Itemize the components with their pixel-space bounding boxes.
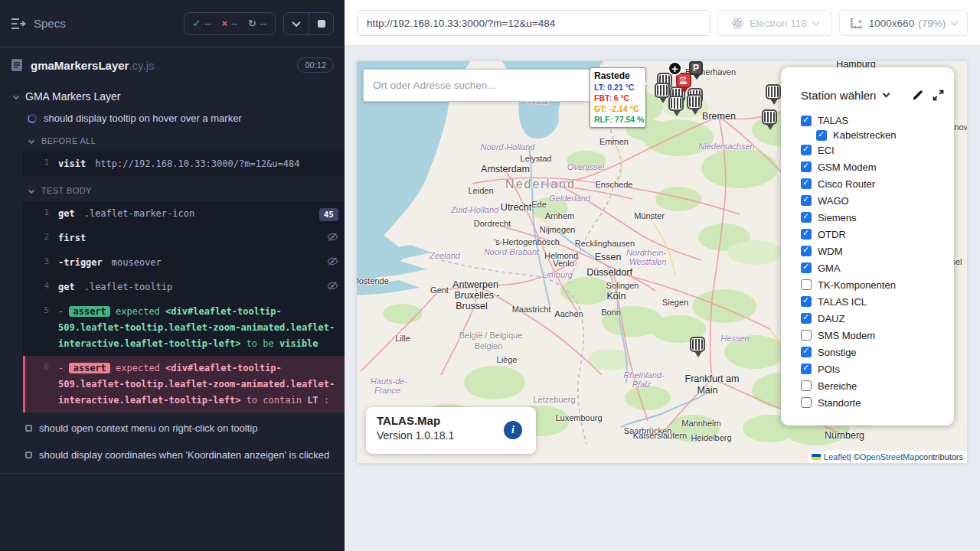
station-marker-icon[interactable] [687,94,702,109]
command-row[interactable]: 4get.leaflet-tooltip [23,275,345,299]
map-place-label: Overijssel [567,162,604,171]
command-section-header[interactable]: BEFORE ALL [0,129,345,149]
station-marker-icon[interactable] [655,83,670,98]
station-marker-icon[interactable] [766,84,781,99]
unchecked-checkbox[interactable] [801,397,812,408]
command-number: 1 [23,205,49,217]
checked-checkbox[interactable] [801,296,812,307]
station-marker-icon[interactable] [690,337,705,352]
checked-checkbox[interactable] [801,116,812,126]
assert-badge: assert [69,306,109,317]
command-row[interactable]: 3-triggermouseover [23,250,345,275]
command-number: 4 [23,279,49,291]
layer-checkbox-row[interactable]: Kabelstrecken [792,129,954,142]
pending-test-title: should display coordinates when 'Koordin… [39,449,329,461]
suite-row[interactable]: GMA Markers Layer [0,83,345,106]
chevron-down-icon [28,187,34,194]
layer-checkbox-row[interactable]: Standorte [792,394,954,411]
layer-label: DAUZ [818,313,844,324]
map-place-label: Frankfurt am [685,373,740,384]
map-place-label: Utrecht [501,202,531,213]
command-row[interactable]: 1visithttp://192.168.10.33:3000/?m=12&u=… [23,152,345,176]
station-marker-icon[interactable] [762,109,777,125]
spec-row[interactable]: gmaMarkersLayer.cy.js 00:12 [0,47,345,83]
map-place-label: Nijmegen [540,225,575,234]
layer-checkbox-row[interactable]: GMA [792,259,954,276]
info-icon[interactable]: i [504,421,522,439]
layer-checkbox-row[interactable]: Sonstige [792,344,954,360]
checked-checkbox[interactable] [801,195,812,206]
collapse-all-button[interactable] [284,13,309,34]
specs-list-icon[interactable] [11,18,26,30]
marker-tooltip[interactable]: Rastede LT: 0.21 °CFBT: 6 °CGT: -2.14 °C… [590,67,646,128]
layer-checkbox-row[interactable]: GSM Modem [792,158,954,175]
map-place-label: Nederland [505,178,576,191]
command-row[interactable]: 6- assert expected <div#leaflet-tooltip-… [23,356,345,412]
command-message: - assert expected <div#leaflet-tooltip-5… [58,360,338,409]
map-search-input[interactable]: Ort oder Adresse suchen... [363,69,595,102]
command-row[interactable]: 2first [23,226,345,250]
stat-failed-value: -- [231,18,237,29]
command-log: BEFORE ALL1visithttp://192.168.10.33:300… [0,129,345,412]
checked-checkbox[interactable] [801,313,812,324]
unchecked-checkbox[interactable] [801,330,812,341]
layer-checkbox-row[interactable]: TALAS [792,112,954,129]
map-place-label: Dordrecht [474,219,511,228]
layer-checkbox-row[interactable]: OTDR [792,226,954,243]
unchecked-checkbox[interactable] [801,279,812,290]
expand-fullscreen-icon[interactable] [932,89,945,102]
checked-checkbox[interactable] [801,145,812,155]
spec-extension: .cy.js [129,59,154,72]
layer-checkbox-row[interactable]: Bereiche [792,377,954,394]
layer-checkbox-row[interactable]: TK-Komponenten [792,276,954,293]
active-test-row[interactable]: should display tooltip on hover over a m… [0,106,345,129]
specs-title[interactable]: Specs [34,17,66,30]
leaflet-map[interactable]: HamburgBremerhavenGroningenFryslânBremen… [357,61,967,463]
url-input[interactable]: http://192.168.10.33:3000/?m=12&u=484 [357,10,710,36]
unchecked-checkbox[interactable] [801,380,812,391]
layer-checkbox-row[interactable]: Cisco Router [792,175,954,192]
chevron-down-icon[interactable] [883,90,890,98]
checked-checkbox[interactable] [801,178,812,189]
layer-checkbox-row[interactable]: POIs [792,360,954,377]
section-label: BEFORE ALL [41,136,96,145]
command-row[interactable]: 1get.leaflet-marker-icon45 [23,201,345,226]
viewport-info[interactable]: 1000x660 (79%) [839,10,968,36]
edit-pencil-icon[interactable] [911,89,924,102]
layer-checkbox-row[interactable]: DAUZ [792,310,954,327]
cluster-expand-icon[interactable]: + [668,61,682,76]
station-marker-icon[interactable] [668,96,684,111]
layer-checkbox-row[interactable]: TALAS ICL [792,293,954,310]
station-panel-title[interactable]: Station wählen [801,89,876,102]
alarm-marker-icon[interactable] [676,73,691,88]
pending-test-row[interactable]: should open context menu on right-click … [0,415,345,442]
osm-link[interactable]: OpenStreetMap [860,452,920,461]
command-section-header[interactable]: TEST BODY [0,178,345,199]
pending-test-row[interactable]: should display coordinates when 'Koordin… [0,442,345,468]
parking-marker-icon[interactable]: P [689,61,703,75]
leaflet-link[interactable]: Leaflet [824,452,849,461]
layer-checkbox-row[interactable]: SMS Modem [792,327,954,344]
layer-checkbox-row[interactable]: WAGO [792,192,954,209]
section-label: TEST BODY [41,186,92,195]
stop-run-button[interactable] [309,13,333,34]
map-place-label: Zeeland [430,251,460,260]
checked-checkbox[interactable] [801,212,812,223]
checked-checkbox[interactable] [801,246,812,256]
checked-checkbox[interactable] [801,161,812,172]
checked-checkbox[interactable] [801,229,812,240]
checked-checkbox[interactable] [801,364,812,374]
layer-checkbox-row[interactable]: ECI [792,142,954,158]
command-row[interactable]: 5- assert expected <div#leaflet-tooltip-… [23,299,345,356]
command-number: 1 [23,155,49,168]
aut-toolbar: http://192.168.10.33:3000/?m=12&u=484 El… [345,0,980,46]
layer-checkbox-row[interactable]: Siemens [792,209,954,226]
command-message: get.leaflet-marker-icon [58,205,313,222]
checked-checkbox[interactable] [801,262,812,273]
browser-selector[interactable]: Electron 118 [717,10,832,36]
layer-checkbox-row[interactable]: WDM [792,243,954,259]
checked-checkbox[interactable] [801,347,812,357]
checked-checkbox[interactable] [816,130,827,141]
layer-label: WAGO [818,195,849,207]
tooltip-measurement-row: GT: -2.14 °C [594,103,642,114]
